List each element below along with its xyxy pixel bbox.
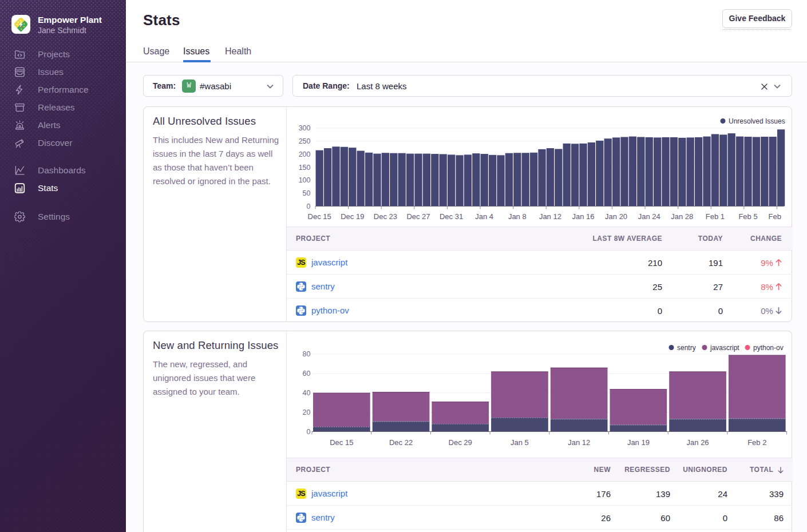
svg-text:Dec 22: Dec 22 [389, 438, 413, 447]
svg-text:250: 250 [299, 137, 311, 145]
svg-text:Unresolved Issues: Unresolved Issues [729, 117, 785, 125]
svg-text:Jan 8: Jan 8 [508, 212, 527, 221]
svg-text:0: 0 [307, 428, 311, 436]
svg-text:Dec 23: Dec 23 [374, 212, 397, 221]
svg-text:Jan 5: Jan 5 [511, 438, 529, 447]
svg-text:200: 200 [299, 150, 311, 158]
svg-text:Dec 29: Dec 29 [449, 438, 472, 447]
svg-text:Jan 16: Jan 16 [572, 212, 594, 221]
svg-text:Feb 2: Feb 2 [747, 438, 766, 447]
svg-text:Feb 5: Feb 5 [738, 212, 757, 221]
svg-text:150: 150 [299, 164, 311, 172]
svg-text:0: 0 [307, 203, 311, 211]
svg-text:50: 50 [303, 189, 311, 197]
svg-text:Dec 15: Dec 15 [308, 212, 331, 221]
svg-text:Jan 12: Jan 12 [568, 438, 590, 447]
svg-text:Jan 28: Jan 28 [671, 212, 693, 221]
svg-text:Jan 4: Jan 4 [475, 212, 493, 221]
svg-text:javascript: javascript [710, 344, 739, 352]
svg-text:Jan 26: Jan 26 [687, 438, 709, 447]
svg-text:20: 20 [303, 408, 311, 416]
svg-text:80: 80 [303, 350, 311, 358]
svg-text:Feb: Feb [769, 212, 781, 221]
svg-text:Dec 31: Dec 31 [440, 212, 463, 221]
svg-text:Feb 1: Feb 1 [706, 212, 725, 221]
svg-text:Jan 19: Jan 19 [627, 438, 650, 447]
svg-text:40: 40 [303, 389, 311, 397]
svg-text:Dec 19: Dec 19 [341, 212, 364, 221]
svg-text:Dec 27: Dec 27 [406, 212, 430, 221]
svg-text:Jan 20: Jan 20 [605, 212, 627, 221]
svg-text:sentry: sentry [677, 344, 696, 352]
svg-text:python-ov: python-ov [753, 344, 784, 352]
svg-text:60: 60 [303, 370, 311, 378]
svg-text:Dec 15: Dec 15 [330, 438, 353, 447]
svg-text:Jan 12: Jan 12 [539, 212, 561, 221]
svg-text:100: 100 [299, 176, 311, 184]
svg-text:Jan 24: Jan 24 [638, 212, 660, 221]
svg-text:300: 300 [299, 124, 311, 132]
